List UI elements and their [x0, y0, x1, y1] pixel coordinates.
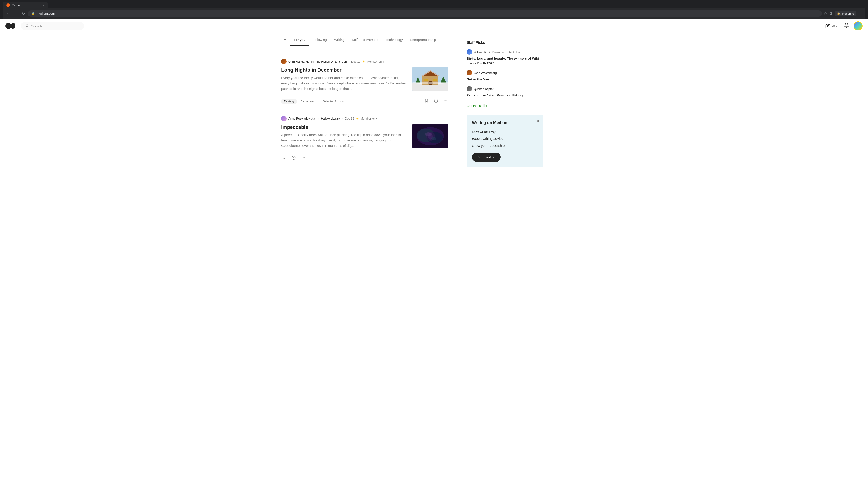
search-icon	[25, 24, 29, 28]
article-card: Grim Flandango in The Fiction Writer's D…	[281, 53, 448, 110]
avatar-ring	[854, 22, 863, 31]
back-button[interactable]: ←	[5, 10, 11, 17]
svg-point-18	[444, 101, 445, 101]
article-body: Impeccable A poem — Cherry trees wait fo…	[281, 124, 448, 152]
search-bar[interactable]: Search	[21, 22, 84, 30]
article-tag[interactable]: Fantasy	[281, 98, 297, 104]
bookmark-button[interactable]: ☆	[824, 11, 827, 16]
pick-publication: in Down the Rabbit Hole	[489, 51, 521, 54]
expert-writing-advice-link[interactable]: Expert writing advice	[472, 137, 538, 140]
article-text: Long Nights in December Every year the f…	[281, 67, 407, 95]
pick-title[interactable]: Get in the Van.	[467, 77, 544, 82]
member-only-label: Member-only	[361, 117, 378, 120]
article-meta: Anna Rozwadowska in Hallow Literary · De…	[281, 116, 448, 121]
member-badge: ✦	[356, 117, 359, 121]
svg-line-4	[28, 26, 29, 27]
article-thumbnail[interactable]	[412, 124, 448, 148]
user-avatar[interactable]	[854, 22, 862, 30]
medium-logo[interactable]	[5, 23, 16, 29]
address-bar[interactable]: 🔒 medium.com	[28, 10, 822, 17]
pick-author: Quentin Septer	[467, 86, 544, 92]
writing-on-medium-card: ✕ Writing on Medium New writer FAQ Exper…	[467, 115, 544, 167]
tab-for-you[interactable]: For you	[290, 34, 309, 46]
article-card: Anna Rozwadowska in Hallow Literary · De…	[281, 110, 448, 168]
tab-following[interactable]: Following	[309, 34, 331, 46]
feed-section: + For you Following Writing Self Improve…	[281, 33, 448, 167]
pick-author-name[interactable]: Quentin Septer	[474, 87, 493, 91]
feed-tabs: + For you Following Writing Self Improve…	[281, 33, 448, 46]
more-options-button[interactable]	[442, 98, 448, 105]
new-writer-faq-link[interactable]: New writer FAQ	[472, 130, 538, 133]
notification-button[interactable]	[844, 23, 849, 29]
mute-article-button[interactable]	[291, 155, 297, 162]
incognito-label: Incognito	[842, 12, 854, 15]
add-topic-button[interactable]: +	[281, 33, 289, 46]
author-publication[interactable]: The Fiction Writer's Den	[315, 60, 347, 63]
svg-point-31	[302, 158, 302, 158]
staff-pick-item: Joan Westenberg Get in the Van.	[467, 70, 544, 82]
pick-title[interactable]: Zen and the Art of Mountain Biking	[467, 93, 544, 98]
tab-entrepreneurship[interactable]: Entrepreneurship	[406, 34, 440, 46]
svg-rect-10	[433, 78, 437, 81]
more-tabs-button[interactable]: ›	[440, 33, 446, 46]
extensions-button[interactable]: ⧉	[830, 11, 832, 15]
article-title[interactable]: Long Nights in December	[281, 67, 407, 73]
tab-technology[interactable]: Technology	[382, 34, 406, 46]
author-name[interactable]: Grim Flandango	[288, 60, 309, 63]
pick-title[interactable]: Birds, bugs, and beauty: The winners of …	[467, 56, 544, 66]
new-tab-button[interactable]: +	[49, 2, 55, 8]
staff-pick-item: Wikimedia in Down the Rabbit Hole Birds,…	[467, 49, 544, 66]
staff-pick-item: Quentin Septer Zen and the Art of Mounta…	[467, 86, 544, 98]
url-display: medium.com	[37, 12, 55, 15]
article-actions	[424, 98, 448, 105]
tab-self-improvement[interactable]: Self Improvement	[348, 34, 382, 46]
grow-readership-link[interactable]: Grow your readership	[472, 144, 538, 148]
member-badge: ✦	[362, 60, 365, 63]
svg-point-19	[445, 101, 446, 101]
browser-chrome: Medium × + ← → ↻ 🔒 medium.com ☆ ⧉ 🕵️ Inc…	[0, 0, 868, 19]
incognito-badge: 🕵️ Incognito	[835, 11, 856, 16]
svg-point-28	[431, 137, 436, 140]
article-footer	[281, 155, 448, 162]
author-publication[interactable]: Hallow Literary	[321, 117, 340, 120]
svg-point-20	[447, 101, 447, 101]
read-time: 6 min read	[301, 100, 314, 103]
more-options-button[interactable]	[300, 155, 306, 162]
medium-main: + For you Following Writing Self Improve…	[276, 33, 592, 167]
svg-point-27	[425, 132, 432, 136]
article-body: Long Nights in December Every year the f…	[281, 67, 448, 95]
browser-tab-bar: Medium × +	[3, 2, 865, 8]
browser-menu-button[interactable]: ⋮	[859, 11, 863, 16]
start-writing-button[interactable]: Start writing	[472, 153, 501, 162]
article-title[interactable]: Impeccable	[281, 124, 407, 131]
pick-author-name[interactable]: Joan Westenberg	[474, 71, 497, 74]
see-full-list-link[interactable]: See the full list	[467, 104, 487, 107]
forward-button[interactable]: →	[13, 10, 19, 17]
svg-point-3	[26, 24, 28, 27]
incognito-icon: 🕵️	[837, 12, 841, 15]
medium-header: Search Write	[0, 19, 868, 33]
article-meta: Grim Flandango in The Fiction Writer's D…	[281, 59, 448, 64]
refresh-button[interactable]: ↻	[21, 10, 26, 17]
mute-article-button[interactable]	[433, 98, 439, 105]
article-thumbnail[interactable]	[412, 67, 448, 91]
author-name[interactable]: Anna Rozwadowska	[288, 117, 315, 120]
bookmark-article-button[interactable]	[424, 98, 430, 105]
svg-point-15	[412, 82, 448, 84]
svg-point-0	[5, 23, 11, 29]
write-button[interactable]: Write	[825, 24, 839, 28]
tab-writing[interactable]: Writing	[331, 34, 348, 46]
lock-icon: 🔒	[31, 12, 35, 15]
browser-actions: ☆ ⧉ 🕵️ Incognito ⋮	[824, 11, 863, 16]
active-tab[interactable]: Medium ×	[3, 2, 48, 8]
article-actions	[281, 155, 306, 162]
bookmark-article-button[interactable]	[281, 155, 287, 162]
tab-title: Medium	[12, 3, 22, 7]
article-text: Impeccable A poem — Cherry trees wait fo…	[281, 124, 407, 152]
close-writing-card-button[interactable]: ✕	[536, 119, 540, 124]
svg-point-1	[11, 23, 14, 29]
pick-author-name[interactable]: Wikimedia	[474, 51, 487, 54]
article-excerpt: A poem — Cherry trees wait for their plu…	[281, 132, 407, 149]
pick-avatar	[467, 70, 472, 75]
tab-close-button[interactable]: ×	[42, 3, 44, 7]
